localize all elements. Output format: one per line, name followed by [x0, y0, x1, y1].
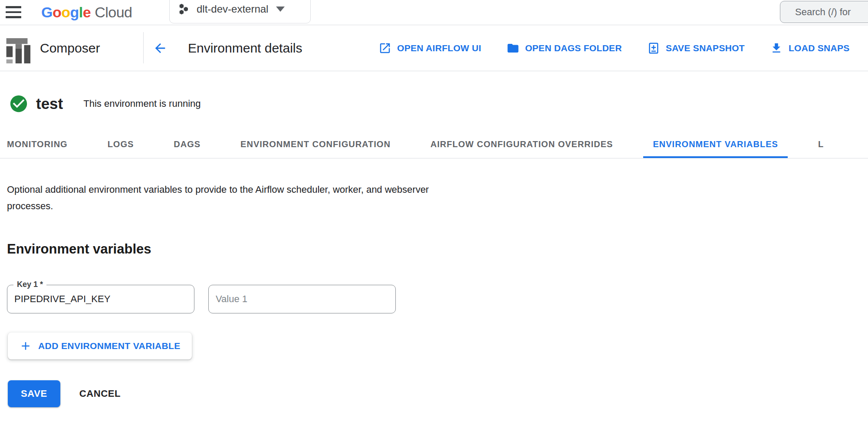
search-input[interactable] [780, 7, 868, 18]
header-actions: OPEN AIRFLOW UI OPEN DAGS FOLDER SAVE SN… [378, 25, 850, 71]
action-label: OPEN DAGS FOLDER [525, 43, 622, 53]
env-var-row: Key 1 * [7, 285, 868, 313]
check-circle-icon [9, 94, 29, 114]
download-icon [770, 42, 783, 55]
app-header: Composer Environment details OPEN AIRFLO… [0, 25, 868, 71]
tab-airflow-configuration-overrides[interactable]: AIRFLOW CONFIGURATION OVERRIDES [421, 130, 623, 158]
form-actions: SAVE CANCEL [8, 380, 868, 407]
app-title: Composer [40, 41, 100, 56]
logo-letter: e [83, 4, 91, 21]
cancel-button[interactable]: CANCEL [79, 388, 121, 399]
logo-cloud-text: Cloud [95, 4, 132, 21]
save-snapshot-icon [647, 42, 660, 55]
logo-letter: l [79, 4, 83, 21]
tab-description: Optional additional environment variable… [7, 181, 476, 214]
back-button[interactable] [153, 40, 170, 57]
tab-environment-configuration[interactable]: ENVIRONMENT CONFIGURATION [231, 130, 400, 158]
page-title: Environment details [188, 41, 302, 56]
key-input[interactable] [7, 285, 194, 313]
value-input[interactable] [209, 285, 395, 313]
tab-logs[interactable]: LOGS [98, 130, 144, 158]
open-dags-folder-button[interactable]: OPEN DAGS FOLDER [506, 42, 622, 55]
open-in-new-icon [378, 42, 391, 55]
google-cloud-logo: G o o g l e Cloud [41, 0, 132, 24]
tab-dags[interactable]: DAGS [164, 130, 210, 158]
environment-status-row: test This environment is running [0, 94, 868, 114]
open-airflow-ui-button[interactable]: OPEN AIRFLOW UI [378, 42, 481, 55]
plus-icon [19, 339, 32, 353]
key-field-label: Key 1 * [13, 280, 46, 289]
logo-letter: g [70, 4, 79, 21]
chevron-down-icon [276, 7, 285, 12]
project-name: dlt-dev-external [197, 3, 268, 15]
composer-logo-icon [3, 36, 32, 65]
logo-letter: o [61, 4, 70, 21]
tab-labels-clipped[interactable]: L [809, 130, 833, 158]
add-environment-variable-button[interactable]: ADD ENVIRONMENT VARIABLE [8, 333, 192, 359]
load-snapshot-button[interactable]: LOAD SNAPS [770, 42, 850, 55]
project-hexagons-icon [178, 3, 190, 15]
folder-icon [506, 42, 519, 55]
menu-button[interactable] [6, 5, 22, 20]
action-label: OPEN AIRFLOW UI [397, 43, 481, 53]
tab-bar: MONITORING LOGS DAGS ENVIRONMENT CONFIGU… [0, 130, 868, 158]
action-label: SAVE SNAPSHOT [666, 43, 745, 53]
header-divider [143, 32, 144, 63]
hamburger-icon [6, 6, 22, 8]
project-selector[interactable]: dlt-dev-external [169, 0, 311, 23]
save-snapshot-button[interactable]: SAVE SNAPSHOT [647, 42, 745, 55]
search-box [780, 1, 868, 23]
env-var-value-field [208, 285, 396, 313]
add-button-label: ADD ENVIRONMENT VARIABLE [38, 341, 181, 351]
logo-letter: o [53, 4, 61, 21]
environment-name: test [36, 95, 63, 112]
arrow-back-icon [153, 41, 168, 56]
top-bar: G o o g l e Cloud dlt-dev-external [0, 0, 868, 25]
tab-environment-variables[interactable]: ENVIRONMENT VARIABLES [643, 130, 787, 158]
env-var-key-field: Key 1 * [7, 285, 194, 313]
logo-letter: G [41, 4, 53, 21]
action-label: LOAD SNAPS [789, 43, 850, 53]
section-title: Environment variables [7, 241, 868, 257]
tab-monitoring[interactable]: MONITORING [0, 130, 77, 158]
save-button[interactable]: SAVE [8, 380, 60, 407]
environment-status-message: This environment is running [83, 98, 201, 109]
